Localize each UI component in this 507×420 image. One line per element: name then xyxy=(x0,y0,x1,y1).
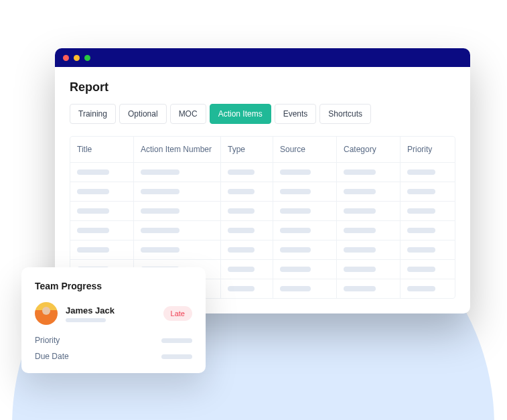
cell-placeholder xyxy=(344,228,376,233)
table-cell xyxy=(221,202,273,220)
cell-placeholder xyxy=(280,208,311,214)
cell-placeholder xyxy=(344,247,376,253)
column-header[interactable]: Title xyxy=(70,137,134,162)
member-name: James Jack xyxy=(66,305,155,316)
tab-moc[interactable]: MOC xyxy=(170,104,206,124)
cell-placeholder xyxy=(280,267,311,272)
avatar xyxy=(35,302,58,325)
cell-placeholder xyxy=(280,247,311,253)
table-cell xyxy=(273,221,337,240)
cell-placeholder xyxy=(407,208,435,214)
table-cell xyxy=(70,240,134,259)
cell-placeholder xyxy=(228,267,255,272)
cell-placeholder xyxy=(77,228,109,233)
cell-placeholder xyxy=(141,169,179,175)
table-cell xyxy=(401,240,455,259)
tab-training[interactable]: Training xyxy=(70,104,116,124)
tab-action-items[interactable]: Action Items xyxy=(210,104,271,124)
cell-placeholder xyxy=(77,189,109,194)
maximize-icon[interactable] xyxy=(84,55,90,61)
table-cell xyxy=(401,221,455,240)
tabs-row: TrainingOptionalMOCAction ItemsEventsSho… xyxy=(70,104,455,124)
window-titlebar xyxy=(55,48,470,67)
tab-events[interactable]: Events xyxy=(275,104,317,124)
cell-placeholder xyxy=(407,189,435,194)
table-cell xyxy=(337,221,401,240)
table-cell xyxy=(401,163,455,182)
table-cell xyxy=(134,163,221,182)
table-cell xyxy=(221,240,273,259)
minimize-icon[interactable] xyxy=(74,55,80,61)
table-row[interactable] xyxy=(70,182,455,202)
cell-placeholder xyxy=(141,189,179,194)
cell-placeholder xyxy=(280,228,311,233)
detail-row: Priority xyxy=(35,336,192,345)
cell-placeholder xyxy=(228,208,255,214)
column-header[interactable]: Category xyxy=(337,137,401,162)
cell-placeholder xyxy=(407,247,435,253)
tab-shortcuts[interactable]: Shortcuts xyxy=(319,104,371,124)
cell-placeholder xyxy=(141,228,179,233)
table-cell xyxy=(273,202,337,220)
card-title: Team Progress xyxy=(35,281,192,291)
table-cell xyxy=(221,279,273,298)
column-header[interactable]: Action Item Number xyxy=(134,137,221,162)
table-cell xyxy=(273,240,337,259)
cell-placeholder xyxy=(228,286,255,291)
cell-placeholder xyxy=(228,169,255,175)
team-member-row[interactable]: James Jack Late xyxy=(35,302,192,325)
table-header: TitleAction Item NumberTypeSourceCategor… xyxy=(70,137,455,163)
tab-optional[interactable]: Optional xyxy=(119,104,167,124)
detail-label: Due Date xyxy=(35,352,69,361)
table-cell xyxy=(337,163,401,182)
table-cell xyxy=(337,279,401,298)
cell-placeholder xyxy=(407,228,435,233)
table-row[interactable] xyxy=(70,202,455,221)
table-cell xyxy=(273,279,337,298)
table-cell xyxy=(401,182,455,201)
table-cell xyxy=(337,182,401,201)
cell-placeholder xyxy=(228,228,255,233)
table-cell xyxy=(273,182,337,201)
close-icon[interactable] xyxy=(63,55,69,61)
member-subline-placeholder xyxy=(66,318,106,322)
cell-placeholder xyxy=(407,169,435,175)
cell-placeholder xyxy=(344,189,376,194)
detail-label: Priority xyxy=(35,336,60,345)
cell-placeholder xyxy=(344,208,376,214)
table-cell xyxy=(221,182,273,201)
cell-placeholder xyxy=(141,208,179,214)
table-cell xyxy=(221,260,273,279)
cell-placeholder xyxy=(280,189,311,194)
table-cell xyxy=(134,221,221,240)
table-cell xyxy=(70,163,134,182)
detail-value-placeholder xyxy=(161,338,192,343)
cell-placeholder xyxy=(407,267,435,272)
cell-placeholder xyxy=(77,247,109,253)
table-cell xyxy=(70,221,134,240)
table-row[interactable] xyxy=(70,163,455,182)
table-cell xyxy=(401,202,455,220)
cell-placeholder xyxy=(280,286,311,291)
cell-placeholder xyxy=(228,247,255,253)
cell-placeholder xyxy=(141,247,179,253)
table-cell xyxy=(401,260,455,279)
table-cell xyxy=(221,221,273,240)
cell-placeholder xyxy=(344,267,376,272)
cell-placeholder xyxy=(280,169,311,175)
table-row[interactable] xyxy=(70,221,455,240)
column-header[interactable]: Type xyxy=(221,137,273,162)
cell-placeholder xyxy=(407,286,435,291)
table-cell xyxy=(273,163,337,182)
table-cell xyxy=(134,240,221,259)
column-header[interactable]: Source xyxy=(273,137,337,162)
detail-row: Due Date xyxy=(35,352,192,361)
cell-placeholder xyxy=(228,189,255,194)
table-cell xyxy=(70,202,134,220)
table-cell xyxy=(337,260,401,279)
detail-value-placeholder xyxy=(161,354,192,359)
table-row[interactable] xyxy=(70,240,455,260)
team-progress-card: Team Progress James Jack Late PriorityDu… xyxy=(21,267,206,373)
table-cell xyxy=(134,182,221,201)
column-header[interactable]: Priority xyxy=(401,137,455,162)
